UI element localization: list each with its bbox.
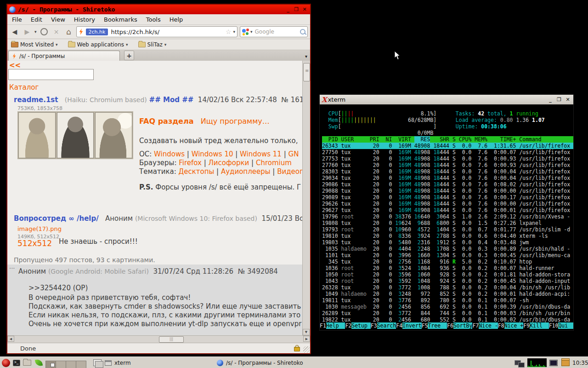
fn-action-label[interactable]: Kill (530, 322, 549, 329)
process-row[interactable]: 27753 tux 20 0 169M 48908 18444 S 0.0 7.… (322, 155, 573, 162)
scroll-left-button[interactable]: ◀ (7, 336, 14, 342)
back-page-link[interactable]: << (9, 61, 21, 69)
process-row[interactable]: 19810 tux 20 0 8336 3924 2788 S 0.0 0.6 … (322, 233, 573, 239)
bookmark-web-applications[interactable]: Web applications▾ (68, 41, 128, 48)
process-row[interactable]: 345 tux 20 0 2756 1168 916 R 5.0 0.2 0:1… (322, 259, 573, 265)
process-row[interactable]: 1101 tux 20 0 3996 1660 1304 S 0.0 0.3 0… (322, 252, 573, 259)
horizontal-scrollbar[interactable]: ◀ ||| ▶ (7, 335, 310, 343)
back-button[interactable]: ◀ (10, 27, 20, 37)
fn-key[interactable]: F5 (422, 322, 428, 329)
fn-action-label[interactable]: Search (377, 322, 396, 329)
reload-button[interactable] (39, 27, 49, 37)
home-button[interactable]: ⌂ (64, 27, 74, 37)
process-row[interactable]: 27760 tux 20 0 169M 48908 18444 S 0.0 7.… (322, 162, 573, 168)
process-row[interactable]: 29089 tux 20 0 169M 48908 18444 S 0.0 7.… (322, 194, 573, 201)
process-row[interactable]: 29034 tux 20 0 169M 48908 18444 S 0.0 7.… (322, 175, 573, 181)
menu-bookmarks[interactable]: Bookmarks (104, 16, 137, 23)
fn-key[interactable]: F4 (396, 322, 402, 329)
horizontal-scrollbar-thumb[interactable]: ||| (159, 336, 184, 343)
process-row[interactable]: 19811 tux 20 0 3776 892 780 S 0.0 0.1 0:… (322, 297, 573, 304)
fn-action-label[interactable]: SortBy (453, 322, 473, 329)
maximize-button[interactable]: ❐ (293, 6, 300, 13)
fn-key[interactable]: F10 (549, 322, 559, 329)
op-post-number[interactable]: № 1612756 (281, 96, 302, 104)
help-thumb-placeholder[interactable]: 512x512 (17, 239, 52, 248)
htop-column-header[interactable]: PID USER PRI NI VIRT RES SHR S CPU% MEM%… (322, 136, 573, 143)
file-manager-launcher-icon[interactable] (23, 358, 32, 368)
scroll-right-button[interactable]: ▶ (303, 336, 310, 342)
page-link[interactable]: Windows 11 (240, 150, 282, 158)
process-row[interactable]: 28303 tux 20 0 169M 48908 18444 S 0.0 7.… (322, 168, 573, 175)
page-link[interactable]: Лисофорки (209, 159, 249, 167)
fn-action-label[interactable]: Nice - (479, 322, 498, 329)
minimize-button[interactable]: _ (284, 6, 292, 13)
show-desktop-icon[interactable] (93, 358, 102, 368)
menu-file[interactable]: File (12, 16, 22, 23)
op-thumbnail-image[interactable] (17, 111, 133, 159)
process-row[interactable]: 26289 tux 20 0 3772 844 744 S 0.0 0.1 0:… (322, 310, 573, 316)
process-row[interactable]: 19803 tux 20 0 5480 2316 1912 S 0.0 0.4 … (322, 239, 573, 246)
fn-key[interactable]: F9 (523, 322, 530, 329)
fn-action-label[interactable]: Invert (402, 322, 422, 329)
network-monitor-icon[interactable] (514, 360, 521, 365)
page-link[interactable]: Видеоп (277, 167, 302, 176)
process-row[interactable]: 1036 root 20 0 3524 1084 936 S 0.0 0.2 0… (322, 265, 573, 271)
menu-edit[interactable]: Edit (31, 16, 42, 23)
faq-link[interactable]: Ищу программу… (201, 117, 270, 126)
fn-key[interactable]: F6 (447, 322, 453, 329)
search-box[interactable]: ▾ (240, 26, 308, 37)
xterm-minimize-button[interactable]: _ (547, 96, 554, 103)
process-row[interactable]: 29627 tux 20 0 169M 48908 18444 S 0.0 7.… (322, 207, 573, 213)
process-row[interactable]: 19796 root 20 0 38376 16640 3064 S 1.0 2… (322, 213, 573, 220)
page-link[interactable]: Firefox (179, 159, 202, 167)
reply-quote-link[interactable]: >>3254420 (OP) (28, 284, 88, 292)
terminal-launcher-icon[interactable]: >_ (12, 358, 21, 368)
history-dropdown-icon[interactable]: ▾ (34, 29, 37, 34)
tab-list-dropdown-icon[interactable]: ▾ (305, 54, 307, 59)
search-input[interactable] (254, 28, 299, 35)
process-row[interactable]: 26343 tux 20 0 169M 48908 18444 S 0.0 7.… (322, 143, 573, 149)
cpu-graph-applet[interactable] (527, 357, 547, 368)
process-row[interactable]: 1049 haldaemo 20 0 3248 972 852 S 0.0 0.… (322, 291, 573, 297)
process-row[interactable]: 29626 tux 20 0 169M 48908 18444 S 0.0 7.… (322, 201, 573, 207)
workspace-2[interactable] (56, 361, 66, 368)
fn-key[interactable]: F1 (320, 322, 326, 329)
process-row[interactable]: 29086 tux 20 0 169M 48908 18444 S 0.0 7.… (322, 181, 573, 188)
catalog-search-input[interactable] (8, 69, 94, 80)
bookmark-most-visited[interactable]: Most Visited▾ (11, 41, 58, 48)
menu-view[interactable]: View (51, 16, 65, 23)
new-tab-button[interactable]: + (124, 51, 134, 60)
menu-help[interactable]: Help (170, 16, 183, 23)
page-link[interactable]: Десктопы (178, 167, 214, 176)
process-row[interactable]: 19822 tux 20 0 2456 680 552 S 0.0 0.1 0:… (322, 316, 573, 323)
close-button[interactable]: ✕ (301, 6, 308, 13)
menu-tools[interactable]: Tools (146, 16, 161, 23)
taskbar-clock[interactable]: 10:35 (572, 357, 588, 368)
fn-key[interactable]: F2 (345, 322, 351, 329)
process-row[interactable]: 1043 root 20 0 3592 1048 924 S 0.0 0.2 0… (322, 278, 573, 284)
url-input[interactable] (110, 28, 224, 36)
bookmark-star-icon[interactable]: ☆ (226, 28, 232, 35)
catalog-link[interactable]: Каталог (9, 83, 39, 92)
process-row[interactable]: 19808 tux 20 0 19624 9688 6800 S 0.0 1.5… (322, 220, 573, 226)
search-magnifier-icon[interactable] (300, 29, 305, 34)
process-row[interactable]: 27750 tux 20 0 169M 48908 18444 S 0.0 7.… (322, 149, 573, 155)
taskbar-task-browser[interactable]: /s/ - Программы - Shiretoko (215, 357, 331, 368)
fn-action-label[interactable]: Setup (351, 322, 371, 329)
page-link[interactable]: Windows (154, 150, 185, 158)
xterm-titlebar[interactable]: X xterm _ ❐ ✕ (320, 95, 573, 104)
process-row[interactable]: 1035 haldaemo 20 0 4404 2248 1708 S 0.0 … (322, 246, 573, 252)
search-engine-dropdown-icon[interactable]: ▾ (250, 29, 253, 34)
slitaz-menu-button[interactable] (1, 358, 11, 368)
process-row[interactable]: 1050 root 20 0 3596 1060 928 S 0.0 0.2 0… (322, 271, 573, 278)
process-row[interactable]: 19793 root 20 0 10960 4572 1404 S 0.0 0.… (322, 226, 573, 233)
xterm-maximize-button[interactable]: ❐ (555, 96, 563, 103)
page-link[interactable]: GN (288, 150, 299, 158)
tab-s-programmy[interactable]: /s/ - Программы (8, 51, 120, 61)
workspace-3[interactable] (66, 361, 76, 368)
vertical-scrollbar[interactable]: ▼ (302, 61, 310, 335)
url-bar[interactable]: 2ch.hk ☆ ▾ (76, 26, 237, 37)
menu-history[interactable]: History (74, 16, 95, 23)
bookmark-slitaz[interactable]: SliTaz▾ (138, 41, 167, 48)
workspace-4[interactable] (76, 361, 86, 368)
